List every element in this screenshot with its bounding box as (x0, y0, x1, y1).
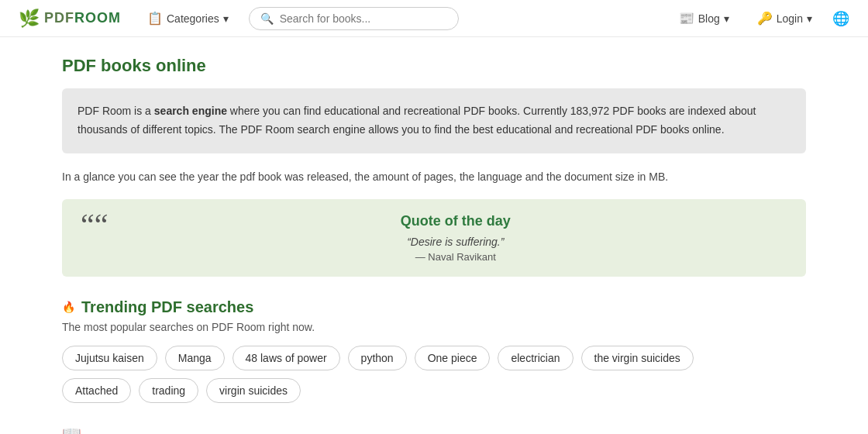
logo-text: PDFROOM (44, 10, 121, 26)
logo-prefix: PDF (44, 10, 74, 26)
search-bar: 🔍 (249, 7, 460, 30)
categories-button[interactable]: 📋 Categories ▾ (140, 6, 236, 30)
tag-item[interactable]: Attached (62, 378, 131, 403)
tag-item[interactable]: Jujutsu kaisen (62, 346, 157, 370)
trending-tags-row1: Jujutsu kaisenManga48 laws of powerpytho… (62, 346, 806, 370)
tag-item[interactable]: Manga (165, 346, 225, 370)
categories-icon: 📋 (147, 11, 163, 26)
login-chevron-icon: ▾ (807, 12, 812, 25)
logo-suffix: ROOM (74, 10, 121, 26)
tag-item[interactable]: electrician (498, 346, 573, 370)
categories-label: Categories (167, 12, 219, 25)
info-text-before: PDF Room is a (78, 105, 154, 117)
trending-fire-icon: 🔥 (62, 301, 75, 313)
tag-item[interactable]: python (348, 346, 407, 370)
bottom-book-icon: 📖 (62, 425, 81, 434)
tag-item[interactable]: the virgin suicides (581, 346, 694, 370)
bottom-section: 📖 (62, 425, 806, 434)
trending-title: Trending PDF searches (81, 298, 253, 316)
blog-label: Blog (698, 12, 720, 25)
tag-item[interactable]: One piece (415, 346, 491, 370)
info-box: PDF Room is a search engine where you ca… (62, 88, 806, 153)
tag-item[interactable]: trading (139, 378, 198, 403)
quote-content: Quote of the day “Desire is suffering.” … (124, 213, 787, 263)
trending-subtitle: The most popular searches on PDF Room ri… (62, 321, 806, 333)
blog-chevron-icon: ▾ (724, 12, 729, 25)
categories-chevron-icon: ▾ (223, 12, 229, 25)
page-title: PDF books online (62, 56, 806, 76)
logo-icon: 🌿 (19, 9, 40, 29)
login-label: Login (777, 12, 803, 25)
globe-icon[interactable]: 🌐 (832, 10, 849, 27)
login-icon: 🔑 (757, 11, 773, 26)
trending-tags-row2: Attachedtradingvirgin suicides (62, 378, 806, 403)
sub-text: In a glance you can see the year the pdf… (62, 169, 806, 185)
search-icon: 🔍 (260, 12, 274, 25)
quote-box: ““ Quote of the day “Desire is suffering… (62, 199, 806, 277)
tag-item[interactable]: 48 laws of power (232, 346, 340, 370)
quote-text: “Desire is suffering.” (124, 236, 787, 248)
header: 🌿 PDFROOM 📋 Categories ▾ 🔍 📰 Blog ▾ 🔑 Lo… (0, 0, 868, 37)
search-input[interactable] (280, 12, 448, 25)
logo[interactable]: 🌿 PDFROOM (19, 9, 127, 29)
trending-header: 🔥 Trending PDF searches (62, 298, 806, 316)
blog-button[interactable]: 📰 Blog ▾ (671, 6, 737, 30)
blog-icon: 📰 (679, 11, 694, 26)
info-bold: search engine (154, 105, 227, 117)
login-button[interactable]: 🔑 Login ▾ (749, 6, 820, 30)
tag-item[interactable]: virgin suicides (206, 378, 301, 403)
quote-title: Quote of the day (124, 213, 787, 229)
quote-author: — Naval Ravikant (124, 251, 787, 263)
quote-mark-icon: ““ (81, 210, 108, 241)
main-content: PDF books online PDF Room is a search en… (46, 37, 822, 434)
